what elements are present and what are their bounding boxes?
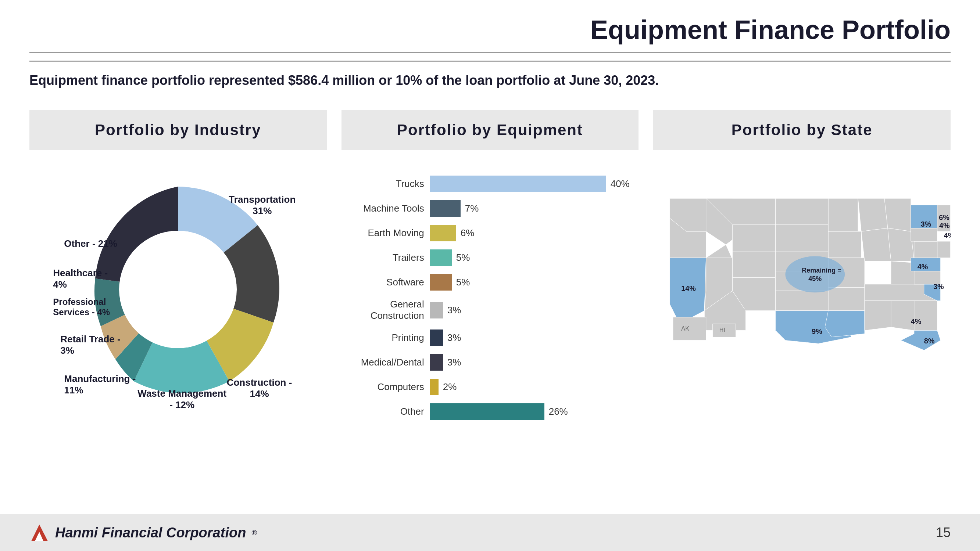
label-retail: Retail Trade -3% (60, 333, 120, 356)
state-mn (829, 198, 858, 232)
bar-track-printing: 3% (430, 330, 632, 346)
remaining-label-2: 45% (809, 275, 822, 283)
alaska-box (673, 318, 706, 340)
footer: Hanmi Financial Corporation ® 15 (0, 514, 980, 551)
state-ar (829, 287, 865, 311)
bar-fill-generalconstruction (430, 302, 443, 319)
bar-track-software: 5% (430, 274, 632, 291)
footer-trademark: ® (251, 529, 257, 537)
industry-chart-outer: Transportation31% Other - 21% Healthcare… (29, 165, 327, 414)
footer-logo-text: Hanmi Financial Corporation (55, 525, 246, 541)
bar-pct-computers: 2% (443, 381, 457, 393)
bar-label-trailers: Trailers (349, 252, 430, 264)
bar-pct-software: 5% (456, 276, 470, 288)
bar-label-printing: Printing (349, 332, 430, 343)
state-md (937, 241, 951, 258)
bar-fill-medicaldental (430, 354, 443, 371)
map-svg: 14% Remaining = 45% 9% 8% 4% 3% 3% 6% 4%… (653, 172, 951, 354)
md-label: 4% (944, 232, 951, 240)
ct-label: 6% (939, 213, 950, 221)
bar-pct-other: 26% (549, 406, 568, 417)
bar-pct-machinetools: 7% (465, 203, 479, 214)
bar-row-other: Other 26% (349, 403, 632, 420)
panel-state: Portfolio by State (653, 110, 951, 428)
bar-row-trailers: Trailers 5% (349, 249, 632, 266)
state-pa (911, 228, 937, 241)
va-label: 4% (918, 263, 928, 271)
label-healthcare: Healthcare -4% (53, 267, 108, 290)
subtitle: Equipment finance portfolio represented … (29, 73, 951, 88)
page-title: Equipment Finance Portfolio (29, 15, 951, 53)
bar-label-computers: Computers (349, 381, 430, 393)
bar-fill-computers (430, 379, 439, 395)
bar-label-trucks: Trucks (349, 178, 430, 189)
sc-label: 3% (933, 283, 944, 291)
label-other: Other - 21% (64, 238, 117, 249)
ca-label: 14% (681, 284, 696, 292)
bar-label-software: Software (349, 276, 430, 288)
label-transportation: Transportation31% (229, 194, 296, 217)
bar-track-computers: 2% (430, 379, 632, 395)
state-ms (865, 301, 891, 330)
label-manufacturing: Manufacturing -11% (64, 373, 136, 396)
bar-track-generalconstruction: 3% (430, 302, 632, 319)
state-co (733, 251, 776, 278)
bar-label-earthmoving: Earth Moving (349, 227, 430, 239)
bar-row-trucks: Trucks 40% (349, 176, 632, 192)
state-wi (858, 198, 888, 232)
bar-track-medicaldental: 3% (430, 354, 632, 371)
bar-pct-earthmoving: 6% (461, 227, 474, 239)
panel-industry-header: Portfolio by Industry (29, 110, 327, 150)
alaska-label: AK (681, 325, 690, 332)
state-la (825, 311, 865, 337)
remaining-bubble (786, 256, 845, 292)
footer-page-number: 15 (936, 525, 951, 540)
panel-state-header: Portfolio by State (653, 110, 951, 150)
bar-fill-machinetools (430, 200, 461, 217)
state-il (861, 228, 891, 261)
nj-label: 4% (939, 221, 950, 230)
footer-logo: Hanmi Financial Corporation ® (29, 523, 257, 543)
state-sd (776, 225, 829, 251)
bar-fill-trucks (430, 176, 606, 192)
bar-fill-printing (430, 330, 443, 346)
bar-pct-generalconstruction: 3% (447, 305, 461, 316)
bar-pct-trailers: 5% (456, 252, 470, 264)
bar-pct-trucks: 40% (611, 178, 630, 189)
state-al (891, 301, 914, 330)
page: Equipment Finance Portfolio Equipment fi… (0, 0, 980, 551)
bar-label-other: Other (349, 406, 430, 417)
hanmi-logo-icon (29, 523, 49, 543)
svg-point-0 (119, 231, 237, 348)
remaining-label-1: Remaining = (802, 267, 842, 274)
state-mi (885, 198, 911, 232)
panel-equipment-header: Portfolio by Equipment (342, 110, 639, 150)
bar-fill-earthmoving (430, 225, 456, 241)
ny-label: 3% (921, 220, 931, 228)
hawaii-label: HI (719, 327, 725, 333)
bar-row-printing: Printing 3% (349, 330, 632, 346)
tx-label: 9% (812, 327, 822, 335)
bar-row-software: Software 5% (349, 274, 632, 291)
us-map: 14% Remaining = 45% 9% 8% 4% 3% 3% 6% 4%… (653, 172, 951, 355)
bar-track-trailers: 5% (430, 249, 632, 266)
panel-industry: Portfolio by Industry (29, 110, 327, 428)
bar-pct-printing: 3% (447, 332, 461, 343)
state-fl (901, 330, 941, 351)
bar-row-medicaldental: Medical/Dental 3% (349, 354, 632, 371)
bar-track-trucks: 40% (430, 176, 632, 192)
bar-track-other: 26% (430, 403, 632, 420)
bar-row-computers: Computers 2% (349, 379, 632, 395)
bar-row-earthmoving: Earth Moving 6% (349, 225, 632, 241)
donut-chart: Transportation31% Other - 21% Healthcare… (53, 165, 303, 414)
bar-pct-medicaldental: 3% (447, 357, 461, 368)
bar-label-generalconstruction: GeneralConstruction (349, 299, 430, 321)
bar-fill-trailers (430, 249, 452, 266)
state-ia (829, 232, 862, 258)
bar-row-machinetools: Machine Tools 7% (349, 200, 632, 217)
equipment-bar-chart: Trucks 40% Machine Tools 7% Earth Moving (342, 176, 639, 428)
bar-track-earthmoving: 6% (430, 225, 632, 241)
bar-row-generalconstruction: GeneralConstruction 3% (349, 299, 632, 321)
bar-track-machinetools: 7% (430, 200, 632, 217)
bar-label-machinetools: Machine Tools (349, 203, 430, 214)
